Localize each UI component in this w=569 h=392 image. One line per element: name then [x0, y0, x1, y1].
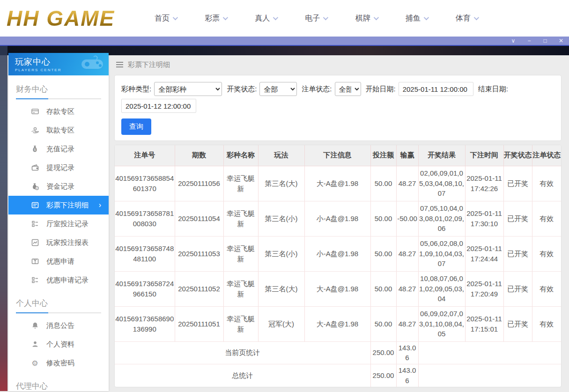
summary-label: 当前页统计	[115, 341, 370, 364]
person-icon	[31, 340, 39, 348]
end-date-input[interactable]	[121, 99, 196, 113]
chevron-down-icon	[273, 15, 278, 20]
window-collapse-icon[interactable]: ∨	[510, 37, 517, 45]
chevron-down-icon	[373, 15, 378, 20]
current-page-summary-row: 当前页统计 250.00 143.06	[115, 341, 561, 364]
nav-item-fishing[interactable]: 捕鱼	[406, 14, 428, 23]
nav-item-cards[interactable]: 棋牌	[355, 14, 377, 23]
cell-order-status: 有效	[532, 306, 561, 341]
app-body: 玩家中心 PLAYERS CENTER 财务中心 存款专区 取款专区 $ 充值记…	[0, 46, 569, 391]
cell-bet-info: 大-A盘@1.98	[304, 306, 370, 341]
sidebar-item-hall-bet-records[interactable]: 厅室投注记录	[16, 214, 101, 233]
chevron-right-icon: ›	[99, 201, 101, 209]
cell-bet-amount: 50.00	[370, 166, 396, 201]
sidebar-item-lottery-bet-detail[interactable]: 彩票下注明细 ›	[8, 196, 109, 214]
col-header-winloss: 输赢	[396, 145, 418, 166]
col-header-order-status: 注单状态	[532, 145, 561, 166]
top-navigation: 首页 彩票 真人 电子 棋牌 捕鱼 体育	[155, 0, 478, 37]
sidebar-item-withdraw-records[interactable]: 提现记录	[16, 158, 101, 177]
funds-bag-icon: ¥	[31, 183, 39, 191]
cell-bet-time: 2025-01-11 17:42:26	[465, 166, 503, 201]
draw-status-label: 开奖状态:	[227, 85, 257, 94]
lottery-bet-detail-icon	[31, 201, 39, 209]
cell-draw-result: 05,06,02,08,01,09,10,04,03,07	[418, 236, 465, 271]
cell-play-type: 第三名(小)	[258, 236, 304, 271]
cell-draw-result: 10,08,07,06,01,02,09,05,03,04	[418, 271, 465, 306]
cell-period: 20250111051	[175, 306, 223, 341]
bet-detail-table-panel: 注单号 期数 彩种名称 玩法 下注信息 投注额 输赢 开奖结果 下注时间 开奖状…	[114, 145, 562, 387]
search-button[interactable]: 查询	[121, 118, 151, 135]
col-header-draw-status: 开奖状态	[503, 145, 532, 166]
chevron-down-icon	[424, 15, 429, 20]
order-status-select[interactable]: 全部	[335, 82, 361, 96]
page-title: 彩票下注明细	[128, 60, 170, 69]
cell-lottery-name: 幸运飞艇新	[223, 166, 258, 201]
cell-order-no: 401569173658781008030	[115, 201, 175, 236]
nav-item-live[interactable]: 真人	[255, 14, 277, 23]
table-row: 401569173658854601370 20250111056 幸运飞艇新 …	[115, 166, 561, 201]
cell-lottery-name: 幸运飞艇新	[223, 201, 258, 236]
col-header-play-type: 玩法	[258, 145, 304, 166]
sidebar-item-withdraw-zone[interactable]: 取款专区	[16, 121, 101, 140]
start-date-input[interactable]	[399, 82, 473, 96]
cell-bet-time: 2025-01-11 17:20:49	[465, 271, 503, 306]
cell-bet-amount: 50.00	[370, 271, 396, 306]
sidebar-item-player-bet-report[interactable]: 玩家投注报表	[16, 233, 101, 252]
sidebar-item-message-notices[interactable]: 消息公告	[16, 316, 101, 335]
cell-order-status: 有效	[532, 236, 561, 271]
window-maximize-icon[interactable]: □	[542, 37, 548, 45]
cell-order-no: 401569173658690136990	[115, 306, 175, 341]
promo-records-icon	[31, 276, 39, 284]
cell-draw-status: 已开奖	[503, 236, 532, 271]
chevron-down-icon	[323, 15, 328, 20]
cell-play-type: 第三名(小)	[258, 201, 304, 236]
cell-bet-amount: 50.00	[370, 236, 396, 271]
order-status-label: 注单状态:	[302, 85, 332, 94]
table-row: 401569173658748481100 20250111053 幸运飞艇新 …	[115, 236, 561, 271]
window-close-icon[interactable]: ✕	[558, 37, 564, 45]
window-minimize-icon[interactable]: −	[526, 37, 532, 45]
sidebar-item-change-password[interactable]: ⚙ 修改密码	[16, 354, 101, 372]
sidebar-item-promo-apply-records[interactable]: 优惠申请记录	[16, 271, 101, 289]
nav-item-home[interactable]: 首页	[155, 14, 177, 23]
sidebar-header: 玩家中心 PLAYERS CENTER	[8, 53, 109, 75]
sidebar-item-promo-apply[interactable]: 优惠申请	[16, 252, 101, 271]
cell-draw-result: 06,09,02,07,03,01,10,08,04,05	[418, 306, 465, 341]
cell-bet-amount: 50.00	[370, 201, 396, 236]
sidebar-item-profile[interactable]: 个人资料	[16, 335, 101, 354]
nav-item-slots[interactable]: 电子	[305, 14, 327, 23]
cell-lottery-name: 幸运飞艇新	[223, 306, 258, 341]
breadcrumb: 彩票下注明细	[114, 55, 562, 74]
cell-lottery-name: 幸运飞艇新	[223, 271, 258, 306]
summary-bet-total: 250.00	[370, 341, 396, 364]
withdraw-wallet-icon	[31, 164, 39, 172]
main-content: 彩票下注明细 彩种类型: 全部彩种 开奖状态: 全部 注单状态: 全部 开始日期…	[114, 55, 562, 391]
col-header-period: 期数	[175, 145, 223, 166]
summary-winloss-total: 143.06	[396, 364, 418, 387]
recharge-bag-icon: $	[31, 145, 39, 153]
background-left-gutter	[0, 46, 7, 391]
sidebar-item-recharge-records[interactable]: $ 充值记录	[16, 140, 101, 158]
col-header-bet-info: 下注信息	[304, 145, 370, 166]
cell-draw-result: 07,05,10,04,03,08,01,02,09,06	[418, 201, 465, 236]
summary-bet-total: 250.00	[370, 364, 396, 387]
nav-item-lottery[interactable]: 彩票	[205, 14, 227, 23]
draw-status-select[interactable]: 全部	[259, 82, 297, 96]
cell-draw-status: 已开奖	[503, 271, 532, 306]
cell-draw-status: 已开奖	[503, 201, 532, 236]
section-heading: 代理中心	[16, 378, 101, 392]
nav-item-sports[interactable]: 体育	[456, 14, 478, 23]
bell-icon	[31, 322, 39, 330]
withdraw-hand-icon	[31, 126, 39, 134]
sidebar-section-finance: 财务中心 存款专区 取款专区 $ 充值记录 提现记录 ¥ 资金记录	[8, 75, 109, 289]
cell-order-no: 401569173658748481100	[115, 236, 175, 271]
sidebar-item-funds-records[interactable]: ¥ 资金记录	[16, 177, 101, 196]
sidebar-item-deposit-zone[interactable]: 存款专区	[16, 102, 101, 121]
summary-empty	[418, 364, 561, 387]
gamepad-icon	[80, 55, 105, 72]
section-rule	[16, 98, 101, 99]
hamburger-icon[interactable]	[116, 60, 123, 69]
lottery-type-select[interactable]: 全部彩种	[154, 82, 222, 96]
cell-period: 20250111053	[175, 236, 223, 271]
hall-bet-records-icon	[31, 220, 39, 228]
